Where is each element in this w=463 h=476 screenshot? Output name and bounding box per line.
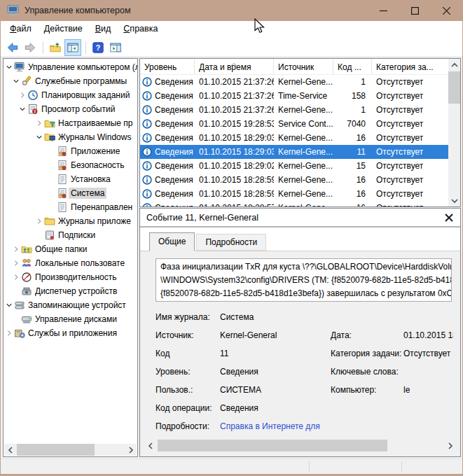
event-list-vertical-scrollbar[interactable] [448, 59, 460, 206]
scrollbar-thumb[interactable] [448, 71, 460, 104]
chevron-expanded-icon[interactable] [5, 63, 13, 71]
main-area: Управление компьютером (лСлужебные прогр… [1, 57, 462, 458]
tree-item-local-users[interactable]: Локальные пользовате [4, 256, 137, 270]
event-cell-code: 16 [333, 133, 372, 143]
chevron-collapsed-icon[interactable] [35, 119, 43, 127]
field-value: Сведения [220, 403, 331, 413]
menu-file[interactable]: Файл [4, 21, 38, 38]
field-label: Ключевые слова: [331, 367, 403, 377]
scroll-left-icon[interactable] [144, 440, 156, 451]
event-row[interactable]: Сведения01.10.2015 18:28:59Kernel-Gene..… [140, 187, 448, 201]
scroll-up-icon[interactable] [448, 59, 460, 71]
tree-item-label: Журналы Windows [56, 132, 133, 143]
tree-item-task-scheduler[interactable]: Планировщик заданий [4, 88, 137, 102]
event-row[interactable]: Сведения01.10.2015 18:29:02Kernel-Gene..… [140, 159, 448, 173]
event-row[interactable]: Сведения01.10.2015 18:28:57Kernel-Gene..… [140, 201, 448, 206]
performance-icon [21, 272, 32, 283]
chevron-expanded-icon[interactable] [18, 105, 27, 113]
chevron-collapsed-icon[interactable] [12, 245, 20, 253]
tree-item-services[interactable]: Службы и приложения [4, 326, 137, 340]
event-description[interactable]: Фаза инициализации TxR для куста \??\GLO… [156, 258, 452, 302]
titlebar[interactable]: Управление компьютером [1, 0, 462, 21]
scrollbar-thumb[interactable] [17, 444, 95, 456]
tree-item-custom-views[interactable]: Настраиваемые пр [4, 116, 137, 130]
tab-details[interactable]: Подробности [196, 234, 266, 251]
show-action-pane-button[interactable] [107, 39, 124, 56]
tree-item-forwarded[interactable]: Перенаправлен [4, 200, 137, 214]
tree-item-app-logs[interactable]: Журналы приложе [4, 214, 137, 228]
column-header-code[interactable]: Код ... [333, 59, 372, 74]
log-event-icon [57, 188, 68, 199]
field-value: Отсутствует [403, 349, 453, 358]
event-cell-source: Kernel-Gene... [274, 105, 333, 115]
tree-item-performance[interactable]: Производительность [4, 270, 137, 284]
column-header-level[interactable]: Уровень [140, 59, 195, 74]
tree-item-label: Перенаправлен [69, 202, 134, 213]
event-row[interactable]: Сведения01.10.2015 18:29:03Kernel-Gene..… [140, 131, 448, 145]
tree-item-windows-logs[interactable]: Журналы Windows [4, 130, 137, 144]
field-label: Дата: [331, 330, 403, 340]
chevron-collapsed-icon[interactable] [5, 329, 13, 337]
tree-item-setup[interactable]: Установка [4, 172, 137, 186]
chevron-collapsed-icon[interactable] [12, 259, 20, 267]
tree-item-security[interactable]: Безопасность [4, 158, 137, 172]
chevron-collapsed-icon[interactable] [12, 273, 20, 281]
column-header-source[interactable]: Источник [274, 59, 333, 74]
show-console-tree-button[interactable] [64, 39, 81, 56]
maximize-button[interactable] [399, 0, 431, 21]
field-value: 11 [220, 349, 331, 358]
chevron-expanded-icon[interactable] [5, 301, 13, 309]
tree-item-shared-folders[interactable]: Общие папки [4, 242, 137, 256]
close-button[interactable] [431, 0, 462, 21]
event-row[interactable]: Сведения01.10.2015 19:28:53Service Cont.… [140, 117, 448, 131]
chevron-none [35, 231, 43, 239]
event-cell-level: Сведения [140, 147, 195, 157]
scroll-right-icon[interactable] [125, 444, 137, 456]
minimize-button[interactable] [368, 0, 399, 21]
tree-item-utilities[interactable]: Служебные программы [4, 74, 137, 88]
scroll-right-icon[interactable] [444, 440, 456, 451]
tree-item-disk-management[interactable]: Управление дисками [4, 312, 137, 326]
event-row[interactable]: Сведения01.10.2015 21:37:26Time-Service1… [140, 89, 448, 103]
chevron-expanded-icon[interactable] [35, 133, 43, 141]
menu-view[interactable]: Вид [89, 21, 118, 38]
event-row[interactable]: Сведения01.10.2015 18:29:03Kernel-Gene..… [140, 145, 448, 159]
event-cell-level: Сведения [140, 203, 195, 206]
tree-item-system[interactable]: Система [4, 186, 137, 200]
scroll-left-icon[interactable] [4, 444, 16, 456]
field-label: Имя журнала: [156, 312, 220, 322]
event-row[interactable]: Сведения01.10.2015 21:37:26Kernel-Gene..… [140, 75, 448, 89]
event-row[interactable]: Сведения01.10.2015 18:28:59Kernel-Gene..… [140, 173, 448, 187]
column-header-datetime[interactable]: Дата и время [195, 59, 274, 74]
tree-item-root[interactable]: Управление компьютером (л [4, 60, 137, 74]
tree-horizontal-scrollbar[interactable] [4, 444, 137, 456]
tree-item-storage[interactable]: Запоминающие устройст [4, 298, 137, 312]
scroll-down-icon[interactable] [448, 195, 460, 206]
tab-general[interactable]: Общие [149, 232, 195, 251]
help-button[interactable]: ? [90, 39, 106, 56]
chevron-expanded-icon[interactable] [12, 77, 20, 85]
scrollbar-thumb[interactable] [158, 440, 387, 451]
back-button[interactable] [4, 39, 21, 56]
tree-item-subscriptions[interactable]: Подписки [4, 228, 137, 242]
column-header-category[interactable]: Категория за... [372, 59, 448, 74]
online-help-link[interactable]: Справка в Интернете для [220, 421, 331, 431]
chevron-collapsed-icon[interactable] [18, 91, 27, 99]
event-cell-category: Отсутствует [372, 203, 448, 206]
details-close-icon[interactable] [444, 213, 454, 223]
tree-item-event-viewer[interactable]: Просмотр событий [4, 102, 137, 116]
details-field-row: Пользов.:СИСТЕМАКомпьютер:le [156, 381, 453, 399]
tree-item-application[interactable]: Приложение [4, 144, 137, 158]
forward-button[interactable] [22, 39, 39, 56]
details-horizontal-scrollbar[interactable] [144, 440, 456, 451]
information-icon [142, 77, 152, 87]
tree-item-device-manager[interactable]: Диспетчер устройств [4, 284, 137, 298]
up-level-button[interactable] [47, 39, 64, 56]
menu-help[interactable]: Справка [117, 21, 164, 38]
chevron-collapsed-icon[interactable] [35, 217, 43, 225]
menu-action[interactable]: Действие [38, 21, 89, 38]
event-row[interactable]: Сведения01.10.2015 21:37:26Kernel-Gene..… [140, 103, 448, 117]
column-header-label: Категория за... [376, 62, 434, 72]
event-cell-code: 7040 [333, 119, 372, 129]
sort-ascending-icon [230, 59, 237, 69]
